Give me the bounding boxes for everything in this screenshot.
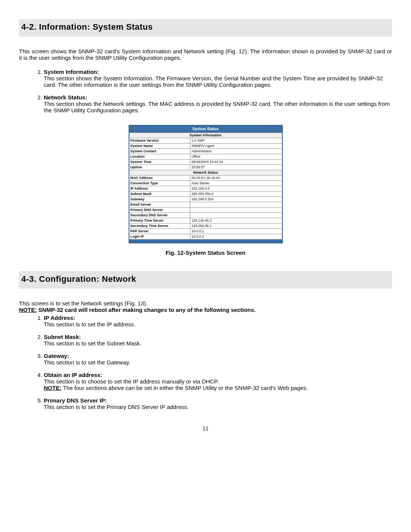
table-row: LocationOffice — [129, 154, 282, 160]
list-item: IP Address: This section is to set the I… — [44, 315, 392, 328]
table-row: System NameSNMP/V Agent — [129, 144, 282, 149]
table-row: Login IP10.0.0.2 — [129, 234, 282, 240]
table-row: IP Address192.168.0.5 — [129, 186, 282, 192]
item-body: This section shows the Network settings.… — [44, 101, 392, 113]
row-value: 00.03.EA.00.10.6A — [190, 176, 282, 181]
item-title: Subnet Mask: — [44, 334, 81, 340]
item-body: This section is to choose to set the IP … — [44, 378, 392, 385]
item-title: IP Address: — [44, 315, 75, 321]
row-label: System Contact — [129, 149, 190, 154]
table-row: Subnet Mask255.255.255.0 — [129, 192, 282, 197]
row-label: System Time — [129, 160, 190, 165]
row-value: 128.118.46.3 — [190, 218, 282, 224]
list-item: System Information: This section shows t… — [44, 69, 392, 88]
note-label: NOTE: — [44, 385, 62, 391]
row-value: Office — [190, 154, 282, 160]
item-body: This section is to set the Gateway. — [44, 359, 392, 366]
row-value — [190, 202, 282, 208]
row-label: PPP Server — [129, 229, 190, 234]
row-label: Login IP — [129, 234, 190, 240]
intro-text: This screen is to set the Network settin… — [19, 300, 148, 307]
note-body: The four sections above can be set in ei… — [63, 385, 308, 391]
row-value: 06/18/2003 18:42:34 — [190, 160, 282, 165]
item-title: Gateway: — [44, 353, 69, 359]
item-title: Network Status: — [44, 94, 87, 101]
list-item: Obtain an IP address: This section is to… — [44, 372, 392, 391]
row-value: 10.0.0.1 — [190, 229, 282, 234]
row-label: Location — [129, 154, 190, 160]
table-main-header: System Status — [129, 125, 282, 133]
table-bottom-bar — [129, 240, 282, 243]
row-value: 255.255.255.0 — [190, 192, 282, 197]
note-label: NOTE: — [19, 307, 37, 313]
list-item: Gateway: This section is to set the Gate… — [44, 353, 392, 366]
row-value: 1.0 SMP — [190, 138, 282, 144]
table-row: Firmware Version1.0 SMP — [129, 138, 282, 144]
row-value: SNMP/V Agent — [190, 144, 282, 149]
row-value: 10.0.0.2 — [190, 234, 282, 240]
table-sub-header-sysinfo: System information — [129, 133, 282, 138]
list-item: Primary DNS Server IP: This section is t… — [44, 397, 392, 410]
section-43-list: IP Address: This section is to set the I… — [19, 315, 392, 410]
table-sub-header-netstatus: Network Status — [129, 170, 282, 176]
row-label: System Name — [129, 144, 190, 149]
row-value: 192.168.0.5 — [190, 186, 282, 192]
list-item: Network Status: This section shows the N… — [44, 94, 392, 113]
row-label: MAC Address — [129, 176, 190, 181]
page-number: 11 — [19, 425, 392, 431]
table-row: System Time06/18/2003 18:42:34 — [129, 160, 282, 165]
section-42-header: 4-2. Information: System Status — [19, 19, 392, 37]
table-row: Gateway192.168.0.254 — [129, 197, 282, 202]
row-label: Connection Type — [129, 181, 190, 186]
item-body: This section is to set the Primary DNS S… — [44, 404, 392, 410]
table-row: PPP Server10.0.0.1 — [129, 229, 282, 234]
row-label: Secondary DNS Server — [129, 213, 190, 218]
item-body: This section is to set the IP address. — [44, 321, 392, 328]
row-value — [190, 208, 282, 213]
row-value: Administrator — [190, 149, 282, 154]
table-row: Primary Time Server128.118.46.3 — [129, 218, 282, 224]
item-title: System Information: — [44, 69, 99, 75]
item-title: Obtain an IP address: — [44, 372, 102, 378]
row-label: Secondary Time Server — [129, 224, 190, 229]
table-row: Secondary Time Server128.250.36.2 — [129, 224, 282, 229]
figure-12-caption: Fig. 12-System Status Screen — [19, 249, 392, 256]
figure-12: System Status System information Firmwar… — [19, 125, 392, 256]
table-row: Primary DNS Server — [129, 208, 282, 213]
table-row: Email Server — [129, 202, 282, 208]
row-label: IP Address — [129, 186, 190, 192]
row-value: Auto Sense — [190, 181, 282, 186]
list-item: Subnet Mask: This section is to set the … — [44, 334, 392, 347]
item-body: This section shows the System Informatio… — [44, 75, 392, 88]
section-42-intro: This screen shows the SNMP-32 card's Sys… — [19, 48, 392, 61]
row-label: Primary Time Server — [129, 218, 190, 224]
row-value: 128.250.36.2 — [190, 224, 282, 229]
system-status-table: System Status System information Firmwar… — [129, 125, 283, 243]
section-42-list: System Information: This section shows t… — [19, 69, 392, 113]
table-row: Secondary DNS Server — [129, 213, 282, 218]
item-note: NOTE: The four sections above can be set… — [44, 385, 392, 391]
row-label: Subnet Mask — [129, 192, 190, 197]
table-row: Connection TypeAuto Sense — [129, 181, 282, 186]
table-row: Uptime23:59:57 — [129, 165, 282, 170]
row-value: 23:59:57 — [190, 165, 282, 170]
row-label: Gateway — [129, 197, 190, 202]
note-body: SNMP-32 card will reboot after making ch… — [38, 307, 256, 313]
row-label: Email Server — [129, 202, 190, 208]
table-row: System ContactAdministrator — [129, 149, 282, 154]
table-row: MAC Address00.03.EA.00.10.6A — [129, 176, 282, 181]
row-label: Uptime — [129, 165, 190, 170]
row-label: Primary DNS Server — [129, 208, 190, 213]
section-43-header: 4-3. Configuration: Network — [19, 271, 392, 289]
row-label: Firmware Version — [129, 138, 190, 144]
item-body: This section is to set the Subnet Mask. — [44, 340, 392, 347]
item-title: Primary DNS Server IP: — [44, 397, 107, 404]
section-43-intro: This screen is to set the Network settin… — [19, 300, 392, 313]
row-value: 192.168.0.254 — [190, 197, 282, 202]
row-value — [190, 213, 282, 218]
